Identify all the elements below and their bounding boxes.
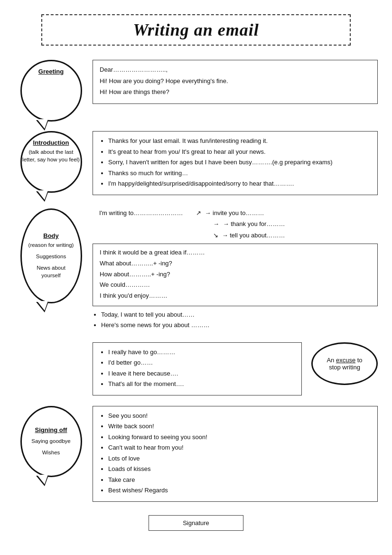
suggestions-box: I think it would be a great idea if……… W… <box>93 244 378 306</box>
arrow-right-icon: ↗ <box>196 209 201 216</box>
suggestion-5: I think you'd enjoy……… <box>100 291 371 301</box>
signature-label: Signature <box>183 519 209 527</box>
greeting-line3: Hi! How are things there? <box>100 87 371 97</box>
excuse-list: I really have to go……… I'd better go…… I… <box>100 348 295 389</box>
body-bubble: Body (reason for writing) Suggestions Ne… <box>20 208 82 303</box>
introduction-section: Introduction (talk about the last letter… <box>14 131 378 199</box>
body-subtext2: Suggestions <box>36 253 66 260</box>
suggestion-2: What about………..+ -ing? <box>100 259 371 269</box>
arrow-item-1: → invite you to……… <box>205 209 264 216</box>
excuse-bubble-text: An excuse tostop writing <box>327 357 362 371</box>
excuse-item-1: I really have to go……… <box>108 348 295 357</box>
intro-item-3: Sorry, I haven't written for ages but I … <box>108 158 371 167</box>
body-subtext1: (reason for writing) <box>28 241 74 249</box>
excuse-left: I really have to go……… I'd better go…… I… <box>93 342 302 399</box>
writing-to-arrow2: → → thank you for……… <box>99 219 378 229</box>
signing-off-subtext2: Wishes <box>42 449 60 456</box>
news-item-2: Here's some news for you about ……… <box>101 320 378 330</box>
greeting-bubble: Greeting <box>20 60 82 122</box>
greeting-line1: Dear…………………….., <box>100 65 371 75</box>
arrow-item-3: → tell you about……… <box>222 232 285 239</box>
intro-item-4: Thanks so much for writing… <box>108 169 371 178</box>
introduction-label: Introduction <box>33 139 69 146</box>
writing-to-list: I'm writing to…………………… ↗ → invite you to… <box>99 208 378 240</box>
signing-off-box: See you soon! Write back soon! Looking f… <box>93 406 378 502</box>
signoff-item-3: Looking forward to seeing you soon! <box>108 433 371 442</box>
suggestion-4: We could………… <box>100 280 371 290</box>
signoff-item-4: Can't wait to hear from you! <box>108 443 371 452</box>
excuse-item-3: I leave it here because…. <box>108 369 295 378</box>
intro-item-5: I'm happy/delighted/surprised/disappoint… <box>108 179 371 188</box>
introduction-box: Thanks for your last email. It was fun/i… <box>93 131 378 195</box>
signing-off-label: Signing off <box>35 426 67 433</box>
signing-off-subtext1: Saying goodbye <box>31 437 70 445</box>
excuse-item-4: That's all for the moment…. <box>108 379 295 389</box>
excuse-bubble: An excuse tostop writing <box>311 342 378 385</box>
signing-off-content: See you soon! Write back soon! Looking f… <box>93 406 378 506</box>
excuse-row: I really have to go……… I'd better go…… I… <box>14 342 378 399</box>
writing-to-arrow3: ↘ → tell you about……… <box>99 231 378 240</box>
writing-to-text: I'm writing to…………………… <box>99 209 183 216</box>
introduction-bubble: Introduction (talk about the last letter… <box>20 131 82 193</box>
page-title: Writing an email <box>52 20 340 40</box>
suggestion-1: I think it would be a great idea if……… <box>100 248 371 258</box>
greeting-line2: Hi! How are you doing? Hope everything's… <box>100 76 371 86</box>
arrow-right-icon-3: ↘ <box>213 232 218 239</box>
arrow-item-2: → thank you for……… <box>223 220 285 227</box>
greeting-section: Greeting Dear…………………….., Hi! How are you… <box>14 60 378 122</box>
news-list: Today, I want to tell you about…… Here's… <box>93 310 378 330</box>
greeting-box: Dear…………………….., Hi! How are you doing? H… <box>93 60 378 104</box>
body-bubble-col: Body (reason for writing) Suggestions Ne… <box>14 208 88 303</box>
greeting-label: Greeting <box>38 68 64 75</box>
signoff-item-2: Write back soon! <box>108 422 371 431</box>
title-box: Writing an email <box>41 14 350 46</box>
signature-box: Signature <box>149 515 243 531</box>
body-content: I'm writing to…………………… ↗ → invite you to… <box>93 208 378 333</box>
intro-item-1: Thanks for your last email. It was fun/i… <box>108 136 371 146</box>
introduction-content: Thanks for your last email. It was fun/i… <box>93 131 378 199</box>
body-section: Body (reason for writing) Suggestions Ne… <box>14 208 378 333</box>
excuse-item-2: I'd better go…… <box>108 358 295 367</box>
signoff-item-5: Lots of love <box>108 454 371 463</box>
writing-to-area: I'm writing to…………………… ↗ → invite you to… <box>93 208 378 240</box>
signoff-item-7: Take care <box>108 475 371 485</box>
writing-to-item: I'm writing to…………………… ↗ → invite you to… <box>99 208 378 218</box>
news-item-1: Today, I want to tell you about…… <box>101 310 378 320</box>
greeting-bubble-col: Greeting <box>14 60 88 122</box>
signing-off-list: See you soon! Write back soon! Looking f… <box>100 411 371 495</box>
signing-off-bubble: Signing off Saying goodbye Wishes <box>20 406 82 477</box>
arrow-right-icon-2: → <box>213 220 219 227</box>
introduction-list: Thanks for your last email. It was fun/i… <box>100 136 371 188</box>
intro-item-2: It's great to hear from you/ It's great … <box>108 147 371 157</box>
excuse-box: I really have to go……… I'd better go…… I… <box>93 342 302 395</box>
signing-off-section: Signing off Saying goodbye Wishes See yo… <box>14 406 378 506</box>
body-label: Body <box>43 232 59 239</box>
signing-off-bubble-col: Signing off Saying goodbye Wishes <box>14 406 88 477</box>
introduction-subtext: (talk about the last letter, say how you… <box>22 148 81 163</box>
excuse-right: An excuse tostop writing <box>311 342 378 385</box>
body-subtext3: News about yourself <box>27 264 76 279</box>
greeting-content: Dear…………………….., Hi! How are you doing? H… <box>93 60 378 108</box>
signoff-item-1: See you soon! <box>108 411 371 421</box>
signoff-item-6: Loads of kisses <box>108 464 371 474</box>
signoff-item-8: Best wishes/ Regards <box>108 486 371 495</box>
suggestion-3: How about………..+ -ing? <box>100 270 371 280</box>
introduction-bubble-col: Introduction (talk about the last letter… <box>14 131 88 193</box>
